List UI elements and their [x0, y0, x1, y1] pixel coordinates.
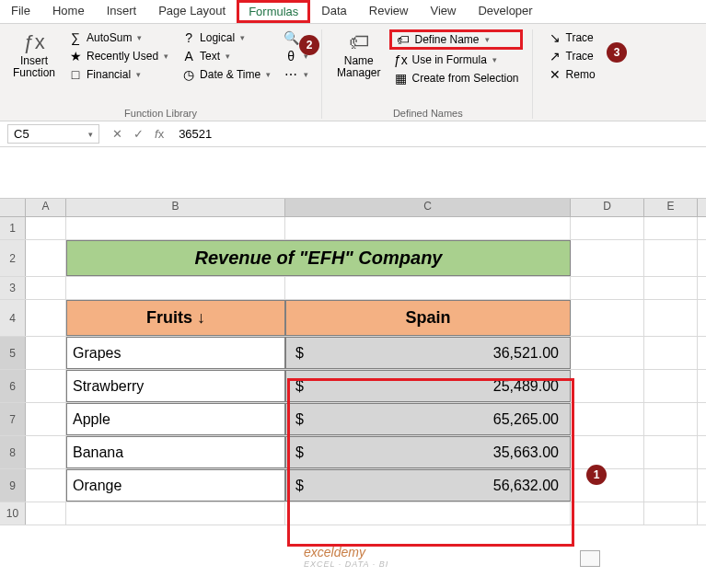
arrow-icon: ↘ [548, 30, 562, 45]
clock-icon: ◷ [181, 67, 196, 82]
col-header-b[interactable]: B [66, 199, 285, 216]
theta-icon: θ [284, 49, 298, 63]
name-manager-label: Name Manager [337, 55, 380, 79]
chevron-down-icon: ▾ [485, 35, 490, 44]
tab-insert[interactable]: Insert [96, 0, 148, 23]
formula-value[interactable]: 36521 [169, 127, 221, 141]
col-header-c[interactable]: C [285, 199, 571, 216]
tab-data[interactable]: Data [310, 0, 357, 23]
row-2: 2Revenue of "EFH" Company [0, 240, 706, 277]
more-button[interactable]: ⋯▾ [280, 66, 312, 83]
tab-review[interactable]: Review [358, 0, 420, 23]
row-header[interactable]: 2 [0, 240, 26, 276]
step-badge-2: 2 [299, 35, 319, 55]
row-header[interactable]: 6 [0, 370, 26, 402]
arrow-icon: ↗ [548, 49, 562, 63]
row-header[interactable]: 1 [0, 217, 26, 239]
text-button[interactable]: AText▾ [178, 48, 274, 64]
row-1: 1 [0, 217, 706, 240]
financial-button[interactable]: □Financial▾ [64, 66, 172, 83]
cell-value[interactable]: $25,489.00 [285, 370, 571, 402]
cell-value[interactable]: $35,663.00 [285, 436, 571, 468]
row-header[interactable]: 7 [0, 403, 26, 435]
grid-icon: ▦ [393, 71, 408, 86]
title-cell[interactable]: Revenue of "EFH" Company [66, 240, 571, 276]
lookup-icon: 🔍 [284, 30, 298, 45]
cell-value[interactable]: $36,521.00 [285, 337, 571, 369]
column-headers: A B C D E [0, 199, 706, 217]
ribbon-body: ƒx Insert Function ∑AutoSum▾ ★Recently U… [0, 24, 706, 121]
select-all-corner[interactable] [0, 199, 26, 216]
row-7: 7Apple$65,265.00 [0, 403, 706, 436]
step-badge-1: 1 [586, 465, 607, 485]
group-function-library: ƒx Insert Function ∑AutoSum▾ ★Recently U… [9, 29, 322, 119]
ribbon-tabs: File Home Insert Page Layout Formulas Da… [0, 0, 706, 24]
chevron-down-icon: ▾ [88, 130, 93, 139]
row-5: 5Grapes$36,521.00 [0, 337, 706, 370]
col-header-e[interactable]: E [644, 199, 698, 216]
header-spain[interactable]: Spain [285, 300, 571, 336]
trace-dependents-button[interactable]: ↗Trace [544, 48, 599, 64]
text-icon: A [181, 49, 196, 63]
cell-value[interactable]: $65,265.00 [285, 403, 571, 435]
col-header-d[interactable]: D [571, 199, 644, 216]
fx-icon[interactable]: fx [149, 127, 169, 141]
header-fruits[interactable]: Fruits ↓ [66, 300, 285, 336]
insert-function-button[interactable]: ƒx Insert Function [9, 29, 59, 82]
chevron-down-icon: ▾ [226, 52, 230, 61]
tab-file[interactable]: File [0, 0, 41, 23]
create-from-selection-button[interactable]: ▦Create from Selection [389, 70, 522, 86]
row-header[interactable]: 10 [0, 502, 26, 525]
cancel-icon[interactable]: ✕ [107, 127, 128, 141]
cell-fruit[interactable]: Orange [66, 469, 285, 502]
cell-fruit[interactable]: Apple [66, 403, 285, 435]
row-header[interactable]: 8 [0, 436, 26, 468]
col-header-a[interactable]: A [26, 199, 66, 216]
row-8: 8Banana$35,663.00 [0, 436, 706, 469]
function-library-label: Function Library [124, 108, 197, 119]
date-time-button[interactable]: ◷Date & Time▾ [178, 66, 274, 83]
tab-view[interactable]: View [419, 0, 467, 23]
fx-icon: ƒx [23, 31, 44, 53]
cell-fruit[interactable]: Banana [66, 436, 285, 468]
cell-fruit[interactable]: Grapes [66, 337, 285, 369]
chevron-down-icon: ▾ [266, 70, 271, 79]
chevron-down-icon: ▾ [304, 70, 308, 79]
cell-fruit[interactable]: Strawberry [66, 370, 285, 402]
formula-bar: C5▾ ✕ ✓ fx 36521 [0, 121, 706, 147]
step-badge-3: 3 [607, 42, 627, 63]
group-auditing: ↘Trace ↗Trace ✕Remo [544, 29, 608, 119]
tag-icon: 🏷 [349, 31, 369, 53]
chevron-down-icon: ▾ [240, 33, 245, 42]
row-4: 4Fruits ↓Spain [0, 300, 706, 337]
tab-formulas[interactable]: Formulas [237, 0, 310, 23]
enter-icon[interactable]: ✓ [128, 127, 149, 141]
use-in-formula-button[interactable]: ƒxUse in Formula▾ [389, 52, 522, 68]
sigma-icon: ∑ [68, 30, 83, 45]
autosum-button[interactable]: ∑AutoSum▾ [64, 29, 172, 46]
x-icon: ✕ [548, 67, 562, 82]
row-header[interactable]: 3 [0, 277, 26, 299]
logical-button[interactable]: ?Logical▾ [178, 29, 274, 46]
name-box[interactable]: C5▾ [7, 124, 99, 144]
tab-page-layout[interactable]: Page Layout [147, 0, 237, 23]
cell-value[interactable]: $56,632.00 [285, 469, 571, 502]
row-header[interactable]: 4 [0, 300, 26, 336]
row-6: 6Strawberry$25,489.00 [0, 370, 706, 403]
insert-function-label: Insert Function [13, 55, 55, 79]
row-header[interactable]: 9 [0, 469, 26, 502]
money-icon: □ [68, 67, 83, 82]
trace-precedents-button[interactable]: ↘Trace [544, 29, 599, 46]
remove-arrows-button[interactable]: ✕Remo [544, 66, 599, 83]
row-10: 10 [0, 502, 706, 525]
paste-options-icon[interactable] [580, 550, 600, 567]
tag-icon: 🏷 [396, 32, 411, 47]
group-defined-names: 🏷 Name Manager 🏷Define Name▾ ƒxUse in Fo… [333, 29, 532, 119]
watermark: exceldemy EXCEL · DATA · BI [304, 545, 388, 569]
recently-used-button[interactable]: ★Recently Used▾ [64, 48, 172, 64]
row-header[interactable]: 5 [0, 337, 26, 369]
tab-developer[interactable]: Developer [467, 0, 543, 23]
define-name-button[interactable]: 🏷Define Name▾ [389, 29, 522, 50]
name-manager-button[interactable]: 🏷 Name Manager [333, 29, 384, 82]
tab-home[interactable]: Home [41, 0, 96, 23]
